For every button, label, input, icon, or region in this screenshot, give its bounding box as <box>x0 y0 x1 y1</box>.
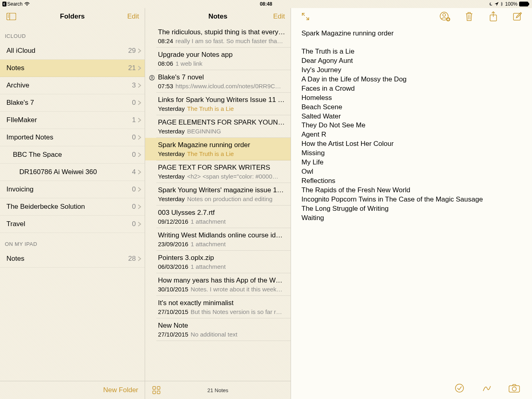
share-button[interactable] <box>488 11 499 22</box>
delete-note-button[interactable] <box>463 11 475 22</box>
location-icon <box>495 2 499 6</box>
note-title: Pointers 3.oplx.zip <box>158 254 286 262</box>
folder-row[interactable]: All iCloud29 <box>0 42 145 60</box>
note-row[interactable]: New Note27/10/2015No additional text <box>145 318 291 341</box>
note-preview: really I am so fast. So much faster tha… <box>176 37 283 44</box>
attachments-grid-button[interactable] <box>151 384 162 396</box>
back-label: Search <box>7 1 23 7</box>
svg-rect-0 <box>2 2 6 6</box>
folder-row[interactable]: FIleMaker1 <box>0 112 145 129</box>
note-line: The Truth is a Lie <box>301 47 522 56</box>
folder-name: BBC The Space <box>13 151 132 159</box>
camera-button[interactable] <box>509 382 520 394</box>
notes-count: 21 Notes <box>207 387 228 393</box>
note-line: They Do Not See Me <box>301 121 522 130</box>
note-preview: 1 web link <box>176 60 203 67</box>
bluetooth-icon <box>500 2 503 6</box>
svg-point-10 <box>151 77 153 78</box>
note-line: Dear Agony Aunt <box>301 56 522 66</box>
svg-rect-3 <box>528 3 529 5</box>
folder-count: 21 <box>128 64 136 72</box>
note-line: Beach Scene <box>301 103 522 112</box>
note-row[interactable]: PAGE ELEMENTS FOR SPARK YOUNG…YesterdayB… <box>145 115 291 138</box>
note-line: The Rapids of the Fresh New World <box>301 186 522 195</box>
note-row[interactable]: How many years has this App of the We…30… <box>145 273 291 296</box>
folder-row[interactable]: BBC The Space0 <box>0 146 145 164</box>
folder-name: Notes <box>6 64 128 72</box>
note-row[interactable]: Spark Young Writers' magazine issue 11…Y… <box>145 183 291 206</box>
note-line: Salted Water <box>301 112 522 121</box>
folder-count: 29 <box>128 47 136 55</box>
battery-percent: 100% <box>505 1 517 7</box>
note-meta: 06/03/20161 attachment <box>158 263 286 270</box>
svg-rect-11 <box>153 387 156 389</box>
note-title: Blake's 7 novel <box>158 73 286 81</box>
folder-row[interactable]: Blake's 70 <box>0 94 145 112</box>
note-title: Spark Young Writers' magazine issue 11… <box>158 186 286 194</box>
folder-count: 1 <box>132 116 136 124</box>
note-row[interactable]: Spark Magazine running orderYesterdayThe… <box>145 138 291 160</box>
folders-edit-button[interactable]: Edit <box>127 12 139 21</box>
checklist-button[interactable] <box>454 382 465 394</box>
note-preview: 1 attachment <box>191 218 226 225</box>
note-meta: 08:061 web link <box>158 60 286 67</box>
note-title: How many years has this App of the We… <box>158 276 286 285</box>
note-row[interactable]: It's not exactly minimalist27/10/2015But… <box>145 296 291 318</box>
note-line: A Day in the Life of Mossy the Dog <box>301 75 522 84</box>
note-body[interactable]: Spark Magazine running order The Truth i… <box>291 25 532 377</box>
compose-note-button[interactable] <box>512 11 523 22</box>
folder-row[interactable]: Imported Notes0 <box>0 129 145 146</box>
note-meta: 27/10/2015But this Notes version is so f… <box>158 308 286 315</box>
note-title: PAGE TEXT FOR SPARK WRITERS <box>158 164 286 172</box>
note-preview: <h2> <span style="color: #0000… <box>187 173 278 180</box>
note-row[interactable]: The ridiculous, stupid thing is that eve… <box>145 25 291 48</box>
note-row[interactable]: Upgrade your Notes app08:061 web link <box>145 48 291 70</box>
folder-count: 0 <box>132 151 136 159</box>
shared-icon <box>149 75 155 81</box>
folder-name: Blake's 7 <box>6 99 132 107</box>
folder-count: 28 <box>128 255 136 263</box>
note-row[interactable]: Writing West Midlands online course ide…… <box>145 228 291 251</box>
note-preview: 1 attachment <box>191 263 226 270</box>
note-preview: But this Notes version is so far r… <box>191 308 282 315</box>
folder-row[interactable]: Travel0 <box>0 216 145 233</box>
note-line: Missing <box>301 149 522 158</box>
folder-row[interactable]: Notes28 <box>0 250 145 268</box>
folder-row[interactable]: Invoicing0 <box>0 181 145 198</box>
sidebar-toggle-button[interactable] <box>6 11 17 22</box>
note-row[interactable]: Pointers 3.oplx.zip06/03/20161 attachmen… <box>145 251 291 273</box>
note-time: Yesterday <box>158 195 185 202</box>
back-to-search[interactable]: Search <box>2 1 23 7</box>
back-chevron-icon <box>2 2 6 6</box>
svg-point-1 <box>27 5 27 6</box>
note-line: How the Artist Lost Her Colour <box>301 139 522 149</box>
note-time: Yesterday <box>158 128 185 135</box>
note-line: Agent R <box>301 130 522 139</box>
notes-edit-button[interactable]: Edit <box>273 12 285 21</box>
add-people-button[interactable] <box>439 11 451 22</box>
wifi-icon <box>24 2 30 6</box>
chevron-right-icon <box>137 169 141 175</box>
note-time: Yesterday <box>158 105 185 112</box>
sketch-button[interactable] <box>481 382 493 394</box>
note-row[interactable]: Links for Spark Young Writers Issue 11 p… <box>145 93 291 115</box>
note-meta: YesterdayNotes on production and editing <box>158 195 286 202</box>
note-row[interactable]: PAGE TEXT FOR SPARK WRITERSYesterday<h2>… <box>145 160 291 183</box>
note-row[interactable]: 003 Ulysses 2.7.rtf09/12/20161 attachmen… <box>145 206 291 228</box>
chevron-right-icon <box>137 152 141 158</box>
folder-count: 4 <box>132 168 136 176</box>
chevron-right-icon <box>137 135 141 140</box>
note-row[interactable]: Blake's 7 novel07:53https://www.icloud.c… <box>145 70 291 93</box>
folder-row[interactable]: Archive3 <box>0 77 145 94</box>
expand-note-button[interactable] <box>300 11 311 22</box>
note-meta: 07:53https://www.icloud.com/notes/0RR9C… <box>158 83 286 89</box>
folder-row[interactable]: DR160786 Ai Weiwei 3604 <box>0 164 145 181</box>
note-preview: The Truth is a Lie <box>187 150 234 157</box>
folder-count: 0 <box>132 133 136 141</box>
note-preview: No additional text <box>191 331 237 338</box>
new-folder-button[interactable]: New Folder <box>103 386 138 394</box>
folder-row[interactable]: Notes21 <box>0 60 145 77</box>
folder-row[interactable]: The Beiderbecke Solution0 <box>0 198 145 216</box>
folder-count: 3 <box>132 81 136 89</box>
note-title: Spark Magazine running order <box>158 141 286 149</box>
